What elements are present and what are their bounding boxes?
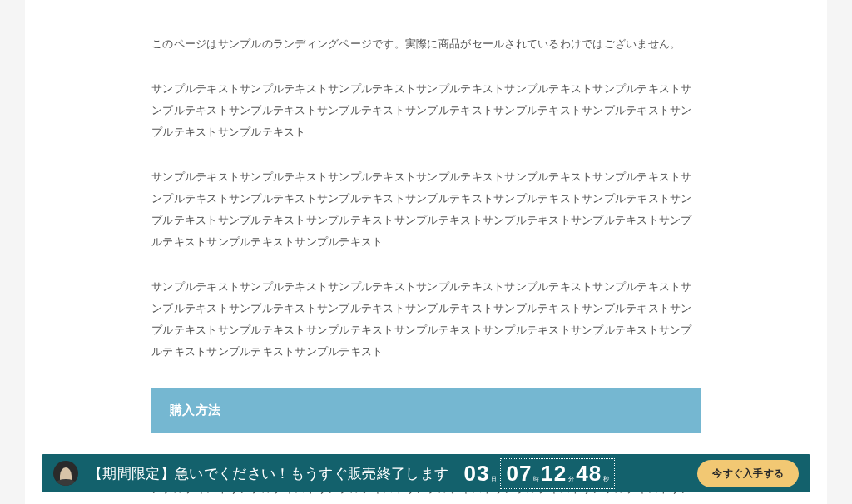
sample-paragraph: サンプルテキストサンプルテキストサンプルテキストサンプルテキストサンプルテキスト… xyxy=(151,166,701,253)
countdown-seconds-value: 48 xyxy=(576,461,602,487)
notice-text: このページはサンプルのランディングページです。実際に商品がセールされているわけで… xyxy=(151,33,701,55)
countdown-seconds-unit: 秒 xyxy=(603,475,609,487)
cta-button[interactable]: 今すぐ入手する xyxy=(697,460,799,487)
countdown-days: 03 日 xyxy=(464,461,498,487)
bar-message: 【期間限定】急いでください！もうすぐ販売終了します xyxy=(88,464,449,483)
countdown-timer: 03 日 07 時 12 分 48 秒 xyxy=(464,458,616,489)
section-heading-purchase-method: 購入方法 xyxy=(151,388,701,433)
sample-paragraph: サンプルテキストサンプルテキストサンプルテキストサンプルテキストサンプルテキスト… xyxy=(151,276,701,363)
avatar xyxy=(53,461,78,486)
countdown-days-unit: 日 xyxy=(491,475,497,487)
countdown-minutes-value: 12 xyxy=(541,461,567,487)
countdown-hms: 07 時 12 分 48 秒 xyxy=(500,458,615,489)
countdown-minutes-unit: 分 xyxy=(568,475,574,487)
countdown-bar: 【期間限定】急いでください！もうすぐ販売終了します 03 日 07 時 12 分… xyxy=(42,454,810,492)
sample-paragraph: サンプルテキストサンプルテキストサンプルテキストサンプルテキストサンプルテキスト… xyxy=(151,78,701,143)
content-area: このページはサンプルのランディングページです。実際に商品がセールされているわけで… xyxy=(135,33,717,504)
countdown-days-value: 03 xyxy=(464,461,490,487)
page-wrapper: このページはサンプルのランディングページです。実際に商品がセールされているわけで… xyxy=(25,0,827,504)
countdown-hours-unit: 時 xyxy=(533,475,539,487)
countdown-hours-value: 07 xyxy=(506,461,532,487)
